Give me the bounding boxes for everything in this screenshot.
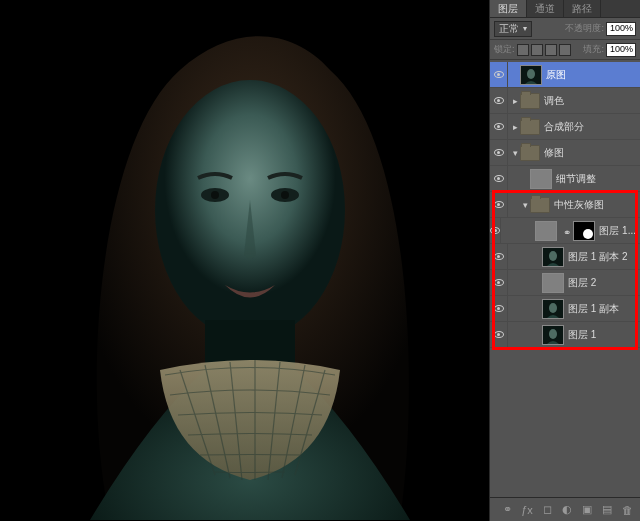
- svg-point-18: [549, 251, 557, 261]
- visibility-toggle[interactable]: [490, 322, 508, 347]
- trash-icon[interactable]: 🗑: [620, 503, 634, 517]
- layer-name-label: 细节调整: [556, 172, 596, 186]
- lock-toolbar: 锁定: 填充: 100%: [490, 40, 640, 60]
- layer-row[interactable]: 图层 1 副本 2: [490, 244, 640, 270]
- svg-rect-16: [536, 222, 556, 240]
- blend-mode-select[interactable]: 正常 ▾: [494, 21, 532, 37]
- eye-icon: [494, 97, 504, 104]
- tab-layers[interactable]: 图层: [490, 0, 527, 17]
- layers-footer: ⚭ ƒx ◻ ◐ ▣ ▤ 🗑: [490, 497, 640, 521]
- layer-name-label: 图层 1: [568, 328, 596, 342]
- eye-icon: [494, 123, 504, 130]
- disclosure-triangle-icon[interactable]: ▾: [520, 200, 530, 210]
- layer-thumbnail: [535, 221, 557, 241]
- tab-channels[interactable]: 通道: [527, 0, 564, 17]
- svg-rect-15: [531, 170, 551, 188]
- fill-label: 填充:: [583, 43, 604, 56]
- layer-name-label: 图层 1...: [599, 224, 636, 238]
- layer-mask-thumbnail: [573, 221, 595, 241]
- layer-group-row[interactable]: ▸合成部分: [490, 114, 640, 140]
- folder-icon: [520, 119, 540, 135]
- adjust-icon[interactable]: ◐: [560, 503, 574, 517]
- eye-icon: [494, 305, 504, 312]
- lock-transparency-icon[interactable]: [517, 44, 529, 56]
- lock-all-icon[interactable]: [559, 44, 571, 56]
- layer-thumbnail: [520, 65, 542, 85]
- visibility-toggle[interactable]: [490, 270, 508, 295]
- opacity-input[interactable]: 100%: [606, 22, 636, 36]
- layer-row[interactable]: ⚭图层 1...: [490, 218, 640, 244]
- visibility-toggle[interactable]: [490, 62, 508, 87]
- tab-paths[interactable]: 路径: [564, 0, 601, 17]
- visibility-toggle[interactable]: [490, 296, 508, 321]
- layer-name-label: 图层 1 副本: [568, 302, 619, 316]
- link-icon: ⚭: [563, 227, 571, 235]
- layer-row[interactable]: 图层 1: [490, 322, 640, 348]
- svg-point-4: [211, 191, 219, 199]
- lock-pixels-icon[interactable]: [531, 44, 543, 56]
- eye-icon: [494, 71, 504, 78]
- layer-row[interactable]: 图层 1 副本: [490, 296, 640, 322]
- layer-thumbnail: [542, 325, 564, 345]
- eye-icon: [494, 331, 504, 338]
- lock-label: 锁定:: [494, 43, 515, 56]
- svg-rect-19: [543, 274, 563, 292]
- folder-icon: [520, 93, 540, 109]
- link-layers-icon[interactable]: ⚭: [500, 503, 514, 517]
- layer-group-row[interactable]: ▾修图: [490, 140, 640, 166]
- mask-icon[interactable]: ◻: [540, 503, 554, 517]
- visibility-toggle[interactable]: [490, 218, 501, 243]
- layer-thumbnail: [542, 247, 564, 267]
- layers-panel: 图层 通道 路径 正常 ▾ 不透明度: 100% 锁定: 填充: 100% 原图…: [489, 0, 640, 521]
- visibility-toggle[interactable]: [490, 244, 508, 269]
- disclosure-triangle-icon[interactable]: ▸: [510, 122, 520, 132]
- layer-name-label: 修图: [544, 146, 564, 160]
- svg-point-5: [281, 191, 289, 199]
- layers-toolbar: 正常 ▾ 不透明度: 100%: [490, 18, 640, 40]
- portrait-image: [0, 0, 489, 521]
- eye-icon: [494, 253, 504, 260]
- layer-group-row[interactable]: ▾中性灰修图: [490, 192, 640, 218]
- fill-input[interactable]: 100%: [606, 43, 636, 57]
- visibility-toggle[interactable]: [490, 192, 508, 217]
- eye-icon: [494, 201, 504, 208]
- panel-tabs: 图层 通道 路径: [490, 0, 640, 18]
- visibility-toggle[interactable]: [490, 114, 508, 139]
- layer-thumbnail: [542, 273, 564, 293]
- layer-row[interactable]: 原图: [490, 62, 640, 88]
- layer-name-label: 图层 1 副本 2: [568, 250, 627, 264]
- svg-point-21: [549, 303, 557, 313]
- visibility-toggle[interactable]: [490, 166, 508, 191]
- layer-name-label: 中性灰修图: [554, 198, 604, 212]
- visibility-toggle[interactable]: [490, 88, 508, 113]
- visibility-toggle[interactable]: [490, 140, 508, 165]
- opacity-label: 不透明度:: [565, 22, 604, 35]
- layer-row[interactable]: 图层 2: [490, 270, 640, 296]
- folder-icon: [530, 197, 550, 213]
- eye-icon: [494, 279, 504, 286]
- eye-icon: [494, 175, 504, 182]
- layer-row[interactable]: 细节调整: [490, 166, 640, 192]
- folder-icon: [520, 145, 540, 161]
- layer-name-label: 原图: [546, 68, 566, 82]
- layer-name-label: 图层 2: [568, 276, 596, 290]
- fx-icon[interactable]: ƒx: [520, 503, 534, 517]
- layers-tree: 原图▸调色▸合成部分▾修图 细节调整▾中性灰修图 ⚭图层 1... 图层 1 副…: [490, 60, 640, 497]
- group-icon[interactable]: ▣: [580, 503, 594, 517]
- layer-thumbnail: [530, 169, 552, 189]
- lock-position-icon[interactable]: [545, 44, 557, 56]
- chevron-down-icon: ▾: [523, 24, 527, 33]
- layer-name-label: 调色: [544, 94, 564, 108]
- layer-name-label: 合成部分: [544, 120, 584, 134]
- disclosure-triangle-icon[interactable]: ▾: [510, 148, 520, 158]
- blend-mode-value: 正常: [499, 22, 519, 36]
- svg-point-23: [549, 329, 557, 339]
- new-layer-icon[interactable]: ▤: [600, 503, 614, 517]
- document-canvas[interactable]: [0, 0, 489, 521]
- layer-thumbnail: [542, 299, 564, 319]
- eye-icon: [494, 149, 504, 156]
- disclosure-triangle-icon[interactable]: ▸: [510, 96, 520, 106]
- svg-point-14: [527, 69, 535, 79]
- layer-group-row[interactable]: ▸调色: [490, 88, 640, 114]
- eye-icon: [490, 227, 500, 234]
